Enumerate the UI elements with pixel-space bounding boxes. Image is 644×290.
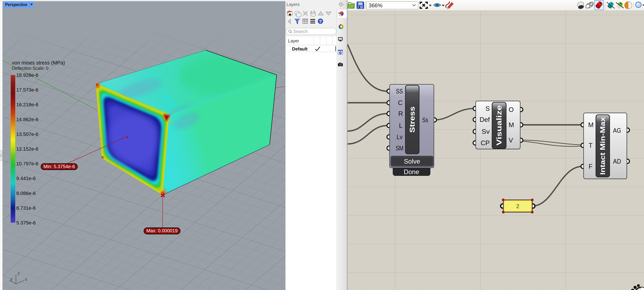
svg-text:Layer: Layer (288, 38, 299, 43)
svg-text:M: M (588, 121, 594, 128)
svg-text:?: ? (319, 19, 322, 24)
svg-text:?: ? (340, 52, 341, 54)
svg-text:12.152e-6: 12.152e-6 (16, 146, 38, 152)
svg-text:10.797e-6: 10.797e-6 (16, 161, 38, 166)
svg-text:366%: 366% (368, 3, 382, 9)
svg-text:Search: Search (293, 29, 308, 34)
svg-text:F: F (588, 163, 592, 170)
svg-text:Stress: Stress (408, 106, 416, 133)
svg-text:S: S (485, 105, 490, 112)
svg-text:y: y (10, 276, 12, 281)
svg-text:L: L (399, 122, 403, 129)
svg-text:R: R (398, 110, 403, 117)
svg-text:M: M (509, 121, 514, 128)
svg-text:Min: 5.3754e-6: Min: 5.3754e-6 (44, 164, 75, 169)
svg-text:9.441e-6: 9.441e-6 (16, 176, 36, 181)
svg-text:CP: CP (481, 139, 490, 147)
svg-text:T: T (588, 142, 592, 149)
svg-text:6.731e-6: 6.731e-6 (16, 205, 36, 211)
svg-text:SM: SM (396, 145, 404, 152)
svg-text:V: V (509, 137, 513, 144)
svg-text:16.218e-6: 16.218e-6 (16, 102, 38, 107)
svg-text:z: z (18, 271, 20, 276)
svg-text:Visualize: Visualize (495, 105, 503, 146)
svg-text:AD: AD (613, 158, 621, 165)
svg-text:5.375e-6: 5.375e-6 (16, 220, 36, 225)
svg-text:Default: Default (292, 46, 308, 52)
svg-text:Solve: Solve (404, 158, 420, 165)
svg-text:Done: Done (404, 168, 419, 176)
svg-text:von mises stress (MPa): von mises stress (MPa) (12, 60, 65, 66)
svg-text:O: O (509, 106, 514, 113)
svg-text:18.928e-6: 18.928e-6 (16, 72, 38, 78)
svg-text:AG: AG (613, 127, 621, 134)
svg-text:SS: SS (396, 88, 403, 95)
svg-text:Lv: Lv (396, 133, 402, 140)
svg-text:14.862e-6: 14.862e-6 (16, 117, 38, 122)
svg-text:Deflection Scale: 0: Deflection Scale: 0 (12, 66, 48, 71)
svg-text:Max: 0.000019: Max: 0.000019 (146, 228, 178, 233)
svg-text:8.086e-6: 8.086e-6 (16, 191, 36, 196)
svg-text:Perspective: Perspective (5, 2, 27, 7)
svg-text:Def: Def (480, 116, 490, 123)
svg-text:Intact Min-Max: Intact Min-Max (599, 117, 606, 175)
svg-text:2: 2 (516, 203, 519, 209)
svg-text:C: C (398, 99, 403, 106)
svg-text:Sv: Sv (482, 128, 490, 135)
svg-text:Layers: Layers (286, 2, 300, 7)
svg-text:x: x (25, 277, 27, 282)
svg-text:17.573e-6: 17.573e-6 (16, 87, 38, 93)
svg-text:13.507e-6: 13.507e-6 (16, 131, 38, 137)
svg-text:Ss: Ss (422, 116, 428, 124)
